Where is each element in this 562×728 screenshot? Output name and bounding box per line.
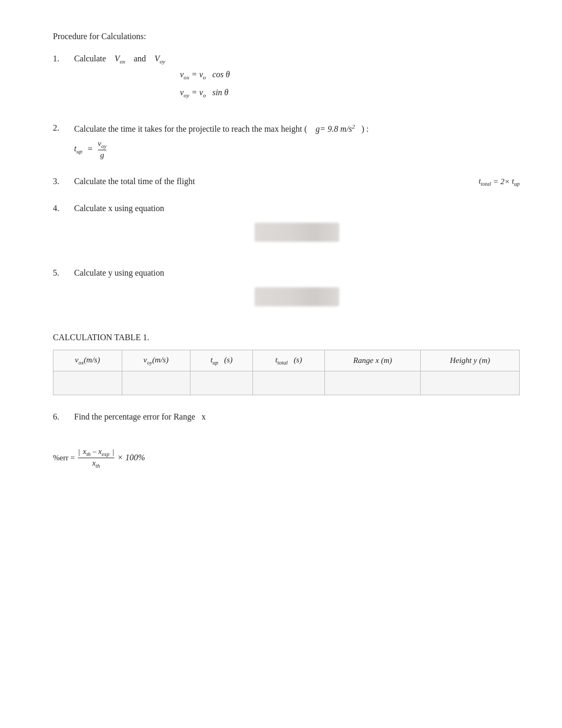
step-4: 4. Calculate x using equation (53, 204, 520, 251)
procedure-title: Procedure for Calculations: (53, 32, 520, 41)
step-5-number: 5. (53, 268, 74, 278)
step-1: 1. Calculate Vox Vₒₓ and Vₒy and Voy vox… (53, 54, 520, 106)
step-2-text: Calculate the time it takes for the proj… (74, 123, 520, 134)
calc-table-title: CALCULATION TABLE 1. (53, 333, 520, 342)
step-4-number: 4. (53, 204, 74, 213)
step-6-number: 6. (53, 412, 74, 422)
cell-voy (122, 371, 191, 395)
step-3-formula: ttotal = 2× tup (478, 177, 520, 187)
step-3-row: Calculate the total time of the flight t… (74, 177, 520, 187)
step-3-number: 3. (53, 177, 74, 186)
col-ttotal: ttotal (s) (253, 350, 325, 371)
col-voy: voy(m/s) (122, 350, 191, 371)
calc-table-header-row: vox(m/s) voy(m/s) tup (s) ttotal (s) Ran… (53, 350, 520, 371)
percent-err-label: %err = (53, 453, 75, 462)
formula-vox: vox = vo cos θ (180, 70, 520, 80)
step-3-content: Calculate the total time of the flight t… (74, 177, 520, 187)
error-formula: %err = | xth − xexp | xth × 100% (53, 447, 520, 469)
col-vox: vox(m/s) (53, 350, 122, 371)
step-1-text: Calculate Vox Vₒₓ and Vₒy and Voy (74, 54, 520, 65)
step-4-text: Calculate x using equation (74, 204, 520, 213)
step-2-number: 2. (53, 123, 74, 133)
step-5-image (255, 287, 339, 306)
calc-table-header: vox(m/s) voy(m/s) tup (s) ttotal (s) Ran… (53, 350, 520, 371)
error-denominator: xth (92, 458, 100, 469)
tup-fraction: voy g (98, 139, 107, 160)
col-tup: tup (s) (191, 350, 253, 371)
step-5-content: Calculate y using equation (74, 268, 520, 316)
step-6-text: Find the percentage error for Range x (74, 412, 520, 422)
col-range: Range x (m) (324, 350, 421, 371)
formula-voy: voy = vo sin θ (180, 88, 520, 98)
step-5: 5. Calculate y using equation (53, 268, 520, 316)
step-4-image (255, 223, 339, 242)
step-2-formula: tup = voy g (74, 139, 520, 160)
table-row (53, 371, 520, 395)
cell-vox (53, 371, 122, 395)
error-numerator: | xth − xexp | (78, 447, 114, 458)
step-5-text: Calculate y using equation (74, 268, 520, 278)
calc-table-body (53, 371, 520, 395)
step-6-content: Find the percentage error for Range x (74, 412, 520, 426)
col-height: Height y (m) (421, 350, 520, 371)
step-1-formulas: vox = vo cos θ voy = vo sin θ (180, 70, 520, 98)
cell-height (421, 371, 520, 395)
calc-table-section: CALCULATION TABLE 1. vox(m/s) voy(m/s) t… (53, 333, 520, 395)
error-multiplier: × 100% (117, 453, 145, 462)
cell-tup (191, 371, 253, 395)
step-4-content: Calculate x using equation (74, 204, 520, 251)
step-3: 3. Calculate the total time of the fligh… (53, 177, 520, 187)
step-3-text: Calculate the total time of the flight (74, 177, 457, 186)
step-1-content: Calculate Vox Vₒₓ and Vₒy and Voy vox = … (74, 54, 520, 106)
step-6: 6. Find the percentage error for Range x (53, 412, 520, 426)
cell-ttotal (253, 371, 325, 395)
error-section: %err = | xth − xexp | xth × 100% (53, 447, 520, 469)
step-4-blurred (74, 217, 520, 247)
step-1-number: 1. (53, 54, 74, 63)
error-fraction: | xth − xexp | xth (78, 447, 114, 469)
step-2-content: Calculate the time it takes for the proj… (74, 123, 520, 160)
step-2: 2. Calculate the time it takes for the p… (53, 123, 520, 160)
cell-range (324, 371, 421, 395)
step-5-blurred (74, 282, 520, 312)
calc-table: vox(m/s) voy(m/s) tup (s) ttotal (s) Ran… (53, 350, 520, 395)
